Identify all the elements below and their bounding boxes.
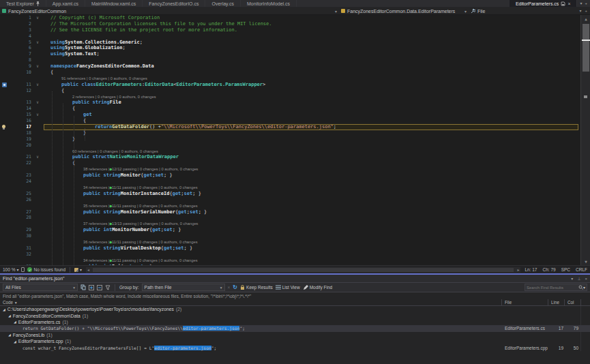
save-icon[interactable]: [561, 1, 565, 6]
glyph-margin[interactable]: [0, 136, 11, 142]
glyph-margin[interactable]: [0, 57, 11, 63]
group-by-dropdown[interactable]: Path then File ▾: [142, 284, 225, 291]
code-line[interactable]: 2// The Microsoft Corporation licenses t…: [0, 21, 590, 27]
glyph-margin[interactable]: [0, 21, 11, 27]
glyph-margin[interactable]: [0, 172, 11, 179]
member-dropdown[interactable]: File: [469, 7, 579, 15]
code-line[interactable]: 19}: [0, 136, 590, 142]
tabstrip-options-icon[interactable]: +: [585, 1, 587, 5]
codelens-text[interactable]: 37 references |: [83, 221, 110, 227]
close-panel-icon[interactable]: ×: [585, 277, 587, 281]
code-line[interactable]: 29public int MonitorNumber { get; set; }: [0, 227, 590, 233]
code-line[interactable]: 1∨// Copyright (c) Microsoft Corporation: [0, 15, 590, 21]
glyph-margin[interactable]: [0, 215, 11, 221]
column-code[interactable]: Code ▼: [3, 299, 18, 306]
search-find-results-box[interactable]: ▾: [525, 284, 587, 291]
project-dropdown[interactable]: FancyZonesEditorCommon ▾: [0, 7, 339, 15]
codelens-text[interactable]: 11/11 passing | 0 changes | 0 authors, 0…: [112, 203, 198, 209]
scrollbar-thumb[interactable]: [582, 24, 589, 72]
code-line[interactable]: 4: [0, 33, 590, 40]
codelens-row[interactable]: 2 references | 0 changes | 0 authors, 0 …: [0, 94, 590, 100]
glyph-margin[interactable]: [0, 88, 11, 94]
horizontal-scrollbar-thumb[interactable]: [93, 268, 514, 272]
code-line[interactable]: 15∨get: [0, 112, 590, 118]
code-line[interactable]: 31public string VirtualDesktop { get; se…: [0, 245, 590, 252]
expand-all-icon[interactable]: [89, 285, 94, 290]
find-result-group[interactable]: ◢FancyZonesEditorCommon\Data(1): [0, 312, 590, 318]
scroll-left-icon[interactable]: ◂: [87, 267, 89, 272]
margin-reference-icon[interactable]: [2, 82, 7, 87]
fold-collapse-icon[interactable]: ∨: [31, 15, 44, 21]
tab-list-chevron-icon[interactable]: ▾: [580, 1, 582, 5]
glyph-margin[interactable]: [0, 100, 11, 106]
column-divider[interactable]: [564, 299, 565, 306]
stop-search-icon[interactable]: ×: [228, 285, 231, 290]
filter-icon[interactable]: [105, 285, 110, 290]
horizontal-scrollbar[interactable]: ◂ ▸: [86, 267, 520, 273]
code-line[interactable]: 9∨namespace FancyZonesEditorCommon.Data: [0, 63, 590, 70]
codelens-text[interactable]: 11/11 passing | 0 changes | 0 authors, 0…: [112, 239, 198, 245]
glyph-margin[interactable]: [0, 130, 11, 136]
code-line[interactable]: 17return GetDataFolder() + "\\Microsoft\…: [0, 124, 590, 130]
codelens-row[interactable]: 36 references | ● 11/11 passing | 0 chan…: [0, 239, 590, 245]
glyph-margin[interactable]: [0, 160, 11, 166]
glyph-margin[interactable]: [0, 227, 11, 233]
column-file[interactable]: File: [505, 299, 512, 306]
fold-collapse-icon[interactable]: ∨: [31, 63, 44, 70]
codelens-row[interactable]: 60 references | 0 changes | 0 authors, 0…: [0, 149, 590, 155]
scope-dropdown[interactable]: All Files ▾: [3, 284, 78, 291]
collapse-all-icon[interactable]: [97, 285, 102, 290]
column-col[interactable]: Col: [567, 299, 574, 306]
tree-expand-icon[interactable]: ◢: [3, 307, 5, 312]
codelens-row[interactable]: 34 references | ● 11/11 passing | 0 chan…: [0, 258, 590, 264]
find-result-row[interactable]: const wchar_t FancyZonesEditorParameters…: [0, 344, 590, 350]
code-line[interactable]: 26: [0, 197, 590, 203]
glyph-margin[interactable]: [0, 166, 11, 172]
codelens-text[interactable]: 11/11 passing | 0 changes | 0 authors, 0…: [112, 258, 198, 264]
tab-test-explorer[interactable]: Test Explorer: [0, 0, 46, 7]
indent-mode-indicator[interactable]: SPC: [559, 267, 573, 272]
codelens-row[interactable]: 35 references | ● 11/11 passing | 0 chan…: [0, 203, 590, 209]
code-line[interactable]: 25public string MonitorInstanceId { get;…: [0, 191, 590, 197]
codelens-text[interactable]: 35 references |: [83, 203, 110, 209]
code-line[interactable]: 24: [0, 179, 590, 185]
tab-mainwindow-xaml-cs[interactable]: MainWindow.xaml.cs: [85, 0, 143, 7]
code-line[interactable]: 10{: [0, 70, 590, 76]
glyph-margin[interactable]: [0, 252, 11, 258]
codelens-row[interactable]: 38 references | ● 12/12 passing | 0 chan…: [0, 166, 590, 172]
code-line[interactable]: 7using System.Text;: [0, 51, 590, 57]
fold-collapse-icon[interactable]: ∨: [31, 82, 44, 88]
code-line[interactable]: 20: [0, 142, 590, 149]
tree-expand-icon[interactable]: ◢: [8, 333, 11, 337]
glyph-margin[interactable]: [0, 124, 11, 130]
glyph-margin[interactable]: [0, 118, 11, 124]
code-editor[interactable]: 1∨// Copyright (c) Microsoft Corporation…: [0, 15, 590, 265]
code-line[interactable]: 5∨using System.Collections.Generic;: [0, 40, 590, 46]
codelens-text[interactable]: 60 references | 0 changes | 0 authors, 0…: [72, 149, 158, 155]
codelens-text[interactable]: 34 references |: [83, 185, 110, 191]
find-result-row[interactable]: return GetDataFolder() + "\\Microsoft\\P…: [0, 325, 590, 331]
fold-collapse-icon[interactable]: ∨: [31, 112, 44, 118]
fold-collapse-icon[interactable]: ∨: [31, 40, 44, 46]
code-line[interactable]: 16{: [0, 118, 590, 124]
code-line[interactable]: 3// See the LICENSE file in the project …: [0, 27, 590, 33]
glyph-margin[interactable]: [0, 76, 11, 82]
zoom-control[interactable]: 100 % ▾: [0, 267, 21, 272]
code-line[interactable]: 12{: [0, 88, 590, 94]
tree-expand-icon[interactable]: ◢: [14, 320, 16, 324]
glyph-margin[interactable]: [0, 191, 11, 197]
glyph-margin[interactable]: [0, 209, 11, 215]
pin-icon[interactable]: ⊥: [577, 276, 580, 281]
code-line[interactable]: 22{: [0, 160, 590, 166]
find-panel-titlebar[interactable]: Find "editor-parameters.json" ▾ ⊥ ×: [0, 275, 590, 282]
find-result-group[interactable]: ◢EditorParameters.cpp(1): [0, 338, 590, 344]
code-line[interactable]: 32: [0, 252, 590, 258]
tab-editorparameters[interactable]: EditorParameters.cs ×: [510, 0, 578, 7]
find-result-group[interactable]: ◢C:\Users\zhaopengwang\Desktop\powertoys…: [0, 306, 590, 312]
modify-find-button[interactable]: Modify Find: [303, 285, 333, 290]
code-line[interactable]: 18}: [0, 130, 590, 136]
codelens-row[interactable]: 37 references | ● 13/13 passing | 0 chan…: [0, 221, 590, 227]
glyph-margin[interactable]: [0, 106, 11, 112]
pin-icon[interactable]: [36, 1, 40, 6]
glyph-margin[interactable]: [0, 94, 11, 100]
